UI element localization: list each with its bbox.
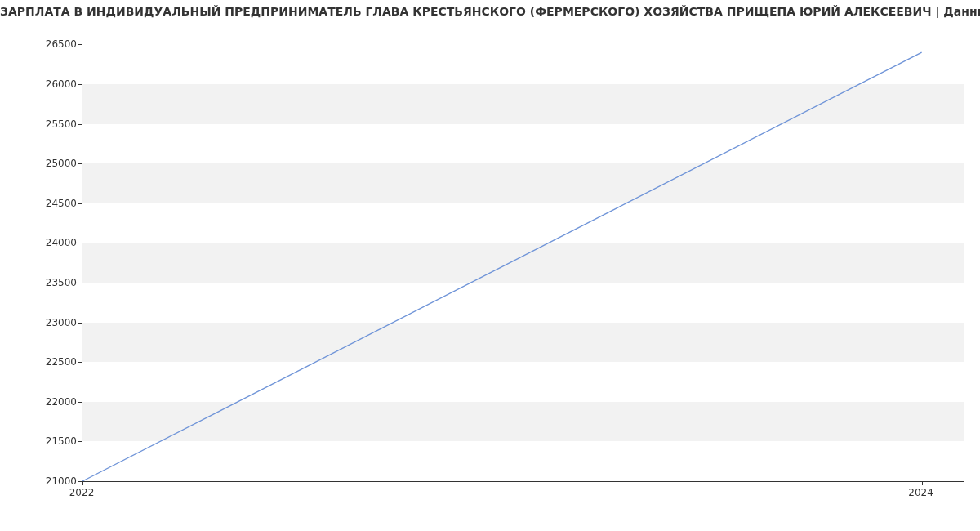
plot-area bbox=[82, 25, 964, 482]
x-tick-label: 2022 bbox=[69, 487, 95, 498]
y-tick-label: 24500 bbox=[3, 198, 77, 209]
y-tick-label: 22000 bbox=[3, 396, 77, 408]
y-tick-label: 26500 bbox=[3, 38, 77, 50]
data-line bbox=[82, 52, 922, 481]
y-tick-label: 26000 bbox=[3, 78, 77, 90]
y-tick-label: 23500 bbox=[3, 277, 77, 288]
y-tick bbox=[78, 283, 82, 283]
y-tick bbox=[78, 402, 82, 403]
y-tick bbox=[78, 44, 82, 45]
y-tick bbox=[78, 441, 82, 442]
y-tick-label: 21000 bbox=[3, 475, 77, 487]
chart-line-layer bbox=[82, 25, 964, 481]
x-tick bbox=[82, 481, 83, 485]
y-tick bbox=[78, 323, 82, 324]
line-chart: ЗАРПЛАТА В ИНДИВИДУАЛЬНЫЙ ПРЕДПРИНИМАТЕЛ… bbox=[0, 0, 980, 531]
y-tick-label: 25000 bbox=[3, 158, 77, 169]
y-tick bbox=[78, 163, 82, 164]
chart-title: ЗАРПЛАТА В ИНДИВИДУАЛЬНЫЙ ПРЕДПРИНИМАТЕЛ… bbox=[0, 5, 980, 18]
y-tick-label: 22500 bbox=[3, 356, 77, 368]
y-tick-label: 24000 bbox=[3, 237, 77, 248]
y-tick bbox=[78, 243, 82, 243]
y-tick bbox=[78, 203, 82, 204]
y-tick bbox=[78, 84, 82, 85]
y-tick-label: 25500 bbox=[3, 118, 77, 130]
x-tick bbox=[922, 481, 923, 485]
y-tick-label: 21500 bbox=[3, 435, 77, 447]
y-tick-label: 23000 bbox=[3, 317, 77, 328]
y-tick bbox=[78, 362, 82, 363]
y-tick bbox=[78, 124, 82, 125]
x-tick-label: 2024 bbox=[908, 487, 933, 498]
